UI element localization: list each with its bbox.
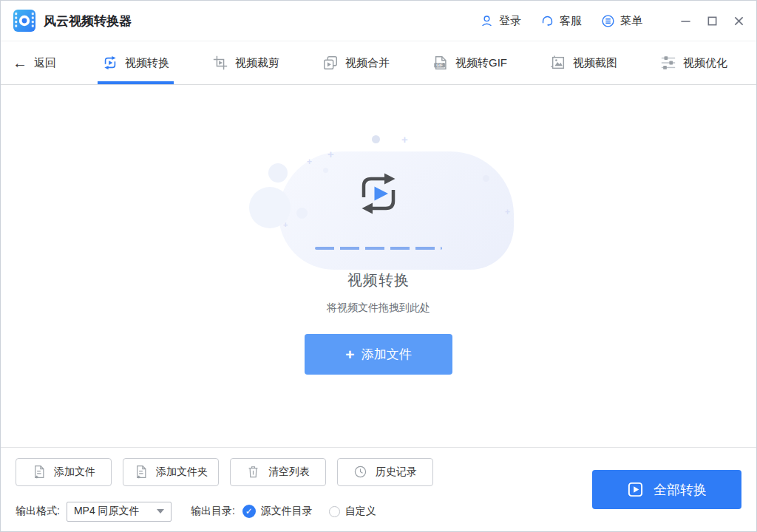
blob-circle — [296, 208, 308, 219]
button-label: 清空列表 — [268, 466, 310, 479]
bottom-bar: 添加文件 添加文件夹 — [1, 447, 756, 531]
menu-label: 菜单 — [620, 14, 642, 28]
window-controls — [665, 15, 744, 27]
add-files-button[interactable]: + 添加文件 — [305, 334, 452, 375]
tab-label: 视频优化 — [683, 56, 727, 70]
dashed-underline — [315, 247, 442, 250]
tab-label: 视频转换 — [125, 56, 169, 70]
file-plus-icon — [32, 465, 46, 479]
output-format-value: MP4 同原文件 — [74, 505, 140, 518]
close-button[interactable] — [733, 15, 744, 27]
tab-label: 视频裁剪 — [235, 56, 279, 70]
radio-custom-directory[interactable]: 自定义 — [329, 505, 376, 518]
app-logo-icon — [13, 9, 36, 33]
titlebar-actions: 登录 客服 — [461, 14, 744, 28]
deco-plus: + — [307, 157, 312, 166]
video-screenshot-icon — [550, 55, 566, 71]
tab-video-crop[interactable]: 视频裁剪 — [208, 41, 284, 84]
radio-checked-icon: ✓ — [242, 505, 256, 518]
video-convert-icon — [102, 55, 118, 71]
dropzone-title: 视频转换 — [347, 270, 410, 290]
file-action-buttons: 添加文件 添加文件夹 — [16, 458, 433, 486]
file-plus-icon — [134, 465, 148, 479]
tab-label: 视频截图 — [573, 56, 617, 70]
deco-plus: + — [401, 134, 408, 145]
button-label: 添加文件 — [54, 466, 95, 479]
menu-button[interactable]: 菜单 — [601, 14, 642, 28]
customer-service-button[interactable]: 客服 — [540, 14, 582, 28]
deco-dot — [372, 135, 380, 143]
add-file-button[interactable]: 添加文件 — [16, 458, 112, 486]
tab-label: 视频转GIF — [455, 56, 507, 70]
back-arrow-icon: ← — [13, 55, 27, 70]
deco-plus: + — [283, 221, 288, 229]
radio-source-directory[interactable]: ✓ 源文件目录 — [242, 505, 313, 518]
video-merge-icon — [322, 55, 339, 71]
back-label: 返回 — [34, 56, 56, 70]
add-folder-button[interactable]: 添加文件夹 — [123, 458, 219, 486]
output-dir-label: 输出目录: — [191, 505, 235, 518]
login-button[interactable]: 登录 — [480, 14, 521, 28]
headset-icon — [540, 14, 554, 28]
video-convert-big-icon — [353, 168, 404, 219]
tab-label: 视频合并 — [345, 56, 390, 70]
deco-dot — [483, 175, 489, 182]
output-format-dropdown[interactable]: MP4 同原文件 — [67, 502, 172, 522]
play-square-icon — [627, 481, 644, 498]
deco-plus: + — [505, 208, 510, 216]
gif-badge-text: GIF — [436, 63, 443, 67]
video-crop-icon — [212, 55, 228, 71]
app-title: 风云视频转换器 — [44, 13, 132, 30]
add-files-label: 添加文件 — [361, 346, 412, 363]
menu-icon — [601, 14, 615, 28]
tab-video-screenshot[interactable]: 视频截图 — [546, 41, 622, 84]
login-label: 登录 — [499, 14, 521, 28]
trash-icon — [246, 465, 260, 479]
tab-video-optimize[interactable]: 视频优化 — [656, 41, 732, 84]
video-to-gif-icon: GIF — [432, 55, 449, 71]
button-label: 历史记录 — [376, 466, 417, 479]
back-button[interactable]: ← 返回 — [13, 41, 56, 84]
bottom-left: 添加文件 添加文件夹 — [16, 458, 433, 522]
button-label: 添加文件夹 — [156, 466, 208, 479]
convert-all-label: 全部转换 — [654, 481, 707, 499]
title-bar: 风云视频转换器 登录 — [1, 1, 756, 41]
minimize-button[interactable] — [679, 15, 691, 27]
clear-list-button[interactable]: 清空列表 — [230, 458, 326, 486]
drop-zone[interactable]: + + + + + 视频转换 将视频文件拖拽到此处 + 添加文件 — [1, 85, 756, 447]
clock-icon — [353, 465, 367, 479]
radio-unchecked-icon — [329, 506, 340, 517]
tab-bar: ← 返回 视频转换 — [1, 41, 756, 85]
blob-circle — [268, 163, 288, 183]
service-label: 客服 — [560, 14, 582, 28]
user-icon — [480, 14, 494, 28]
plus-icon: + — [345, 347, 354, 362]
radio-label: 自定义 — [345, 505, 376, 518]
dropzone-hint: 将视频文件拖拽到此处 — [327, 301, 430, 315]
app-window: 风云视频转换器 登录 — [0, 0, 757, 532]
tabs: 视频转换 视频裁剪 — [98, 41, 732, 84]
deco-dot — [323, 168, 328, 173]
history-button[interactable]: 历史记录 — [337, 458, 433, 486]
tab-video-convert[interactable]: 视频转换 — [98, 41, 174, 84]
tab-video-to-gif[interactable]: GIF 视频转GIF — [428, 41, 512, 84]
output-format-label: 输出格式: — [16, 505, 60, 518]
output-settings-row: 输出格式: MP4 同原文件 输出目录: ✓ 源文件目录 自定义 — [16, 502, 433, 522]
radio-label: 源文件目录 — [261, 505, 313, 518]
video-optimize-icon — [660, 55, 676, 71]
maximize-button[interactable] — [706, 15, 718, 27]
chevron-down-icon — [157, 509, 164, 514]
convert-all-button[interactable]: 全部转换 — [592, 470, 741, 509]
dropzone-illustration: + + + + + — [220, 134, 537, 248]
tab-video-merge[interactable]: 视频合并 — [318, 41, 394, 84]
deco-plus: + — [327, 149, 334, 160]
